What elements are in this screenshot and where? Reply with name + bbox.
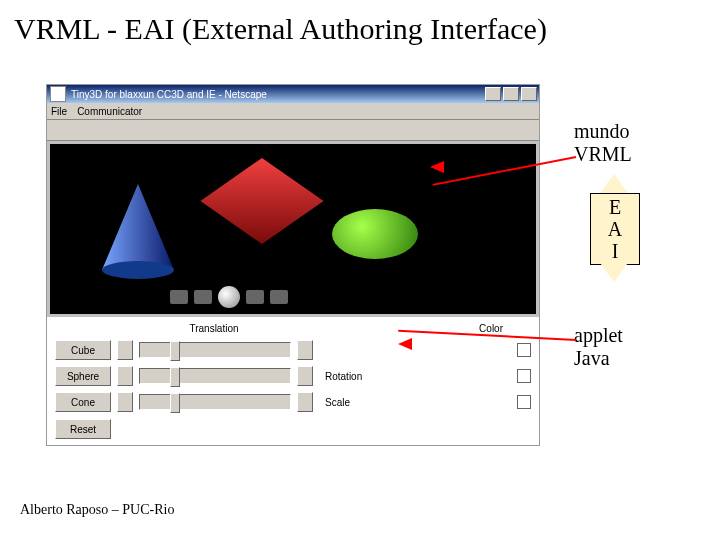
scale-slider-cone[interactable] bbox=[139, 394, 291, 410]
eai-letter: A bbox=[608, 218, 622, 240]
svg-point-1 bbox=[102, 261, 174, 279]
java-applet-panel: Translation Color Cube Sphere Rotation bbox=[47, 317, 539, 445]
reset-button[interactable]: Reset bbox=[55, 419, 111, 439]
browser-window: Tiny3D for blaxxun CC3D and IE - Netscap… bbox=[46, 84, 540, 446]
row-cube: Cube bbox=[55, 340, 531, 360]
close-button[interactable] bbox=[521, 87, 537, 101]
row-cone: Cone Scale bbox=[55, 392, 531, 412]
dec-button[interactable] bbox=[117, 340, 133, 360]
menu-bar: File Communicator bbox=[47, 103, 539, 120]
rotation-label: Rotation bbox=[319, 371, 511, 382]
row-sphere: Sphere Rotation bbox=[55, 366, 531, 386]
annotation-applet-java: applet Java bbox=[574, 324, 623, 370]
nav-next-icon[interactable] bbox=[270, 290, 288, 304]
minimize-button[interactable] bbox=[485, 87, 501, 101]
slide: VRML - EAI (External Authoring Interface… bbox=[0, 0, 720, 540]
cube-shape bbox=[200, 158, 323, 244]
sphere-button[interactable]: Sphere bbox=[55, 366, 111, 386]
svg-marker-0 bbox=[102, 184, 174, 270]
cone-shape bbox=[98, 184, 178, 284]
eai-arrow-down-icon bbox=[598, 260, 630, 282]
vrml-navbar bbox=[170, 286, 288, 308]
nav-trackball[interactable] bbox=[218, 286, 240, 308]
eai-letter: I bbox=[612, 240, 619, 262]
rotation-slider-sphere[interactable] bbox=[139, 368, 291, 384]
translation-slider-cube[interactable] bbox=[139, 342, 291, 358]
annotation-text: VRML bbox=[574, 143, 632, 165]
dec-button[interactable] bbox=[117, 366, 133, 386]
menu-file[interactable]: File bbox=[51, 106, 67, 117]
window-title: Tiny3D for blaxxun CC3D and IE - Netscap… bbox=[69, 89, 485, 100]
annotation-mundo-vrml: mundo VRML bbox=[574, 120, 632, 166]
app-icon bbox=[50, 86, 66, 102]
eai-letter: E bbox=[609, 196, 621, 218]
vrml-scene[interactable] bbox=[50, 144, 536, 314]
arrowhead-icon bbox=[424, 161, 444, 173]
col-color-label: Color bbox=[479, 323, 503, 334]
dec-button[interactable] bbox=[117, 392, 133, 412]
nav-prev-icon[interactable] bbox=[170, 290, 188, 304]
inc-button[interactable] bbox=[297, 340, 313, 360]
nav-mode2-icon[interactable] bbox=[246, 290, 264, 304]
color-check-sphere[interactable] bbox=[517, 369, 531, 383]
slide-title: VRML - EAI (External Authoring Interface… bbox=[14, 12, 547, 46]
annotation-text: applet bbox=[574, 324, 623, 346]
footer-author: Alberto Raposo – PUC-Rio bbox=[20, 502, 174, 518]
title-bar: Tiny3D for blaxxun CC3D and IE - Netscap… bbox=[47, 85, 539, 103]
menu-communicator[interactable]: Communicator bbox=[77, 106, 142, 117]
sphere-shape bbox=[332, 209, 418, 259]
nav-mode-icon[interactable] bbox=[194, 290, 212, 304]
color-check-cube[interactable] bbox=[517, 343, 531, 357]
color-check-cone[interactable] bbox=[517, 395, 531, 409]
cone-button[interactable]: Cone bbox=[55, 392, 111, 412]
maximize-button[interactable] bbox=[503, 87, 519, 101]
toolbar bbox=[47, 120, 539, 141]
eai-box: E A I bbox=[590, 193, 640, 265]
arrowhead-icon bbox=[392, 338, 412, 350]
inc-button[interactable] bbox=[297, 392, 313, 412]
col-translation-label: Translation bbox=[139, 323, 289, 334]
inc-button[interactable] bbox=[297, 366, 313, 386]
scale-label: Scale bbox=[319, 397, 511, 408]
annotation-text: mundo bbox=[574, 120, 630, 142]
cube-button[interactable]: Cube bbox=[55, 340, 111, 360]
annotation-text: Java bbox=[574, 347, 610, 369]
